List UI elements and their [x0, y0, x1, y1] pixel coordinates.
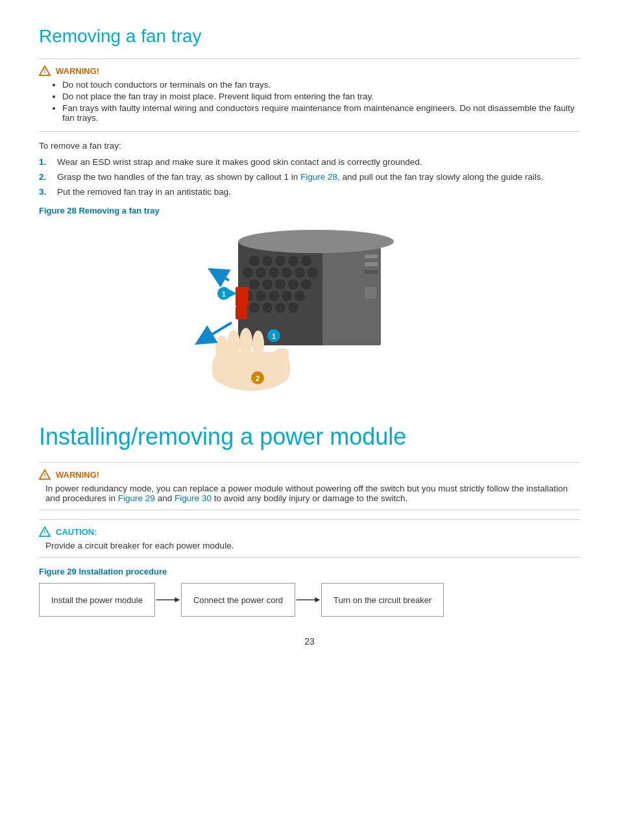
section2-warning-label: WARNING!	[56, 470, 99, 480]
svg-rect-35	[236, 287, 249, 306]
svg-text:!: !	[44, 472, 46, 478]
svg-point-23	[282, 291, 292, 301]
svg-point-11	[269, 267, 279, 278]
svg-line-54	[212, 271, 229, 280]
step-1: 1. Wear an ESD wrist strap and make sure…	[39, 157, 580, 167]
svg-point-24	[295, 291, 305, 301]
figure30-link[interactable]: Figure 30	[175, 493, 212, 503]
section2-warning-icon: !	[39, 469, 51, 480]
section1-title: Removing a fan tray	[39, 26, 580, 47]
section2-warning-header: ! WARNING!	[39, 469, 580, 480]
svg-point-9	[243, 267, 253, 278]
proc-step-3: Turn on the circuit breaker	[321, 583, 444, 617]
section2: Installing/removing a power module ! WAR…	[39, 423, 580, 617]
svg-point-25	[249, 303, 260, 313]
svg-point-43	[227, 330, 240, 358]
svg-marker-62	[315, 597, 320, 602]
svg-point-45	[252, 330, 264, 358]
warning-label: WARNING!	[56, 66, 99, 76]
proc-step-2-label: Connect the power cord	[193, 595, 283, 605]
proc-step-3-label: Turn on the circuit breaker	[334, 595, 431, 605]
svg-point-4	[249, 256, 260, 266]
section2-title: Installing/removing a power module	[39, 423, 580, 451]
step-1-num: 1.	[39, 157, 51, 167]
caution-label: CAUTION:	[56, 527, 97, 537]
svg-point-6	[275, 256, 285, 266]
warning-item-1: Do not touch conductors or terminals on …	[62, 80, 580, 90]
svg-point-34	[238, 230, 394, 253]
page-number: 23	[39, 636, 580, 647]
svg-point-16	[262, 279, 273, 290]
svg-point-21	[256, 291, 266, 301]
proc-step-1: Install the power module	[39, 583, 155, 617]
step-1-text: Wear an ESD wrist strap and make sure it…	[57, 157, 422, 167]
svg-point-10	[256, 267, 266, 278]
svg-rect-30	[365, 254, 378, 258]
svg-marker-60	[175, 597, 180, 602]
figure29-label: Figure 29 Installation procedure	[39, 567, 580, 576]
svg-point-8	[301, 256, 311, 266]
step-2: 2. Grasp the two handles of the fan tray…	[39, 172, 580, 182]
figure29-link[interactable]: Figure 29	[118, 493, 155, 503]
svg-point-7	[288, 256, 298, 266]
warning-list: Do not touch conductors or terminals on …	[39, 80, 580, 123]
svg-point-5	[262, 256, 273, 266]
svg-rect-33	[365, 287, 376, 299]
arrow-1	[155, 593, 181, 606]
caution-icon: !	[39, 526, 51, 537]
svg-point-22	[269, 291, 279, 301]
section2-warning-box: ! WARNING! In power redundancy mode, you…	[39, 462, 580, 510]
svg-point-14	[308, 267, 318, 278]
svg-point-18	[288, 279, 298, 290]
svg-point-15	[249, 279, 260, 290]
figure28-image-container: 1 1	[39, 222, 580, 404]
svg-point-17	[275, 279, 285, 290]
svg-point-27	[275, 303, 285, 313]
svg-point-44	[239, 328, 252, 356]
step-2-num: 2.	[39, 172, 51, 182]
section2-caution-box: ! CAUTION: Provide a circuit breaker for…	[39, 519, 580, 558]
svg-point-12	[282, 267, 292, 278]
svg-point-19	[301, 279, 311, 290]
svg-text:1: 1	[222, 290, 226, 298]
step-3-num: 3.	[39, 187, 51, 197]
section1-warning-box: ! WARNING! Do not touch conductors or te…	[39, 58, 580, 132]
svg-text:!: !	[44, 529, 46, 536]
warning-item-3: Fan trays with faulty internal wiring an…	[62, 103, 580, 123]
section1-intro: To remove a fan tray:	[39, 141, 580, 151]
warning-item-2: Do not place the fan tray in moist place…	[62, 92, 580, 101]
figure28-svg: 1 1	[173, 222, 446, 404]
svg-point-13	[295, 267, 305, 278]
arrow-2	[295, 593, 321, 606]
caution-header: ! CAUTION:	[39, 526, 580, 537]
section2-warning-text: In power redundancy mode, you can replac…	[39, 484, 580, 503]
step-3-text: Put the removed fan tray in an antistati…	[57, 187, 231, 197]
svg-point-26	[262, 303, 273, 313]
proc-step-1-label: Install the power module	[51, 595, 143, 605]
warning-header: ! WARNING!	[39, 66, 580, 76]
proc-step-2: Connect the power cord	[181, 583, 295, 617]
section1-steps: 1. Wear an ESD wrist strap and make sure…	[39, 157, 580, 197]
svg-rect-31	[365, 262, 378, 266]
svg-line-51	[199, 323, 232, 342]
step-3: 3. Put the removed fan tray in an antist…	[39, 187, 580, 197]
install-procedure-diagram: Install the power module Connect the pow…	[39, 583, 580, 617]
caution-text: Provide a circuit breaker for each power…	[39, 541, 580, 550]
svg-point-42	[215, 336, 228, 362]
svg-text:1: 1	[272, 332, 276, 340]
svg-text:2: 2	[256, 375, 260, 382]
svg-text:!: !	[44, 68, 46, 75]
figure28-link[interactable]: Figure 28	[300, 172, 337, 182]
svg-rect-32	[365, 270, 378, 274]
svg-point-28	[288, 303, 298, 313]
warning-icon: !	[39, 66, 51, 76]
svg-rect-36	[236, 306, 247, 319]
figure28-label: Figure 28 Removing a fan tray	[39, 206, 580, 216]
step-2-text: Grasp the two handles of the fan tray, a…	[57, 172, 543, 182]
